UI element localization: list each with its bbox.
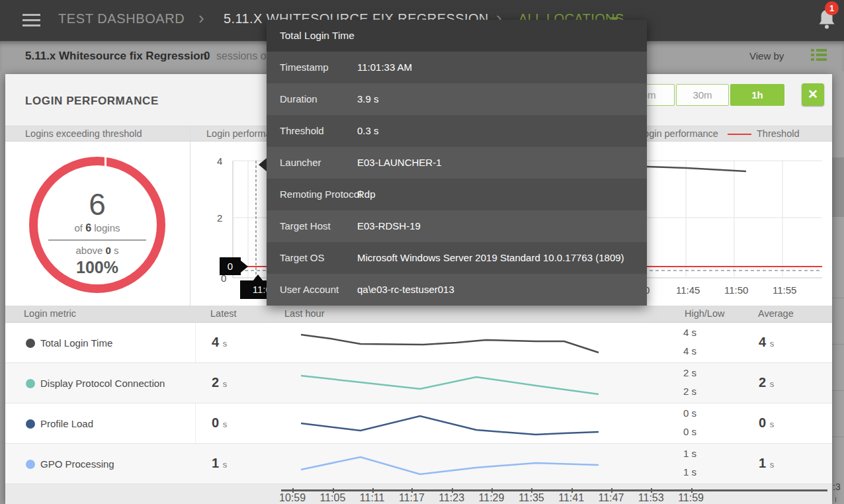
time-axis: 10:5911:0511:1111:1711:2311:2911:3511:41…	[5, 484, 832, 504]
table-row-profile-load[interactable]: Profile Load 0 s 0 s 0 s 0 s	[5, 403, 832, 444]
metric-color-dot	[26, 419, 35, 429]
col-average: Average	[758, 308, 794, 319]
background-axis-fragment: :3	[833, 482, 841, 492]
metric-name: Display Protocol Connection	[40, 378, 165, 389]
table-row-display-protocol[interactable]: Display Protocol Connection 2 s 2 s 2 s …	[5, 363, 832, 403]
menu-icon[interactable]	[22, 14, 40, 30]
col-high-low: High/Low	[685, 308, 724, 319]
tooltip-row-remoting-protocol: Remoting ProtocolRdp	[267, 179, 647, 210]
time-axis-label: 11:41	[558, 492, 584, 504]
panel-title: LOGIN PERFORMANCE	[25, 95, 159, 108]
tooltip-row-target-host: Target HostE03-RDSH-19	[267, 210, 647, 242]
average-value: 4 s	[759, 335, 774, 350]
x-tick-1145: 11:45	[676, 284, 700, 296]
time-axis-labels: 10:5911:0511:1111:1711:2311:2911:3511:41…	[279, 492, 704, 504]
y-tick-4: 4	[217, 155, 222, 167]
sparkline	[301, 403, 622, 444]
high-value: 2 s	[683, 367, 696, 378]
latest-value: 4 s	[212, 335, 227, 350]
time-axis-label: 11:17	[399, 492, 425, 504]
metrics-table-body: Total Login Time 4 s 4 s 4 s 4 s Display…	[5, 323, 832, 484]
dashboard-title: 5.11.x Whitesource fix Regression	[25, 50, 207, 63]
metric-color-dot	[26, 460, 35, 469]
time-axis-label: 10:59	[279, 492, 306, 504]
tooltip-caret-icon	[259, 158, 267, 171]
average-value: 0 s	[759, 415, 774, 431]
time-axis-label: 11:23	[439, 492, 464, 504]
section-title-logins-exceeding: Logins exceeding threshold	[25, 128, 142, 139]
average-value: 1 s	[759, 456, 774, 471]
metric-name: Total Login Time	[40, 337, 112, 349]
threshold-legend-label: Threshold	[757, 128, 799, 139]
time-axis-label: 11:05	[320, 492, 346, 504]
metric-name: GPO Processing	[40, 458, 114, 470]
sparkline	[301, 363, 622, 403]
tooltip-row-target-os: Target OSMicrosoft Windows Server 2019 S…	[267, 242, 647, 274]
time-axis-label: 11:11	[360, 492, 385, 504]
tooltip-row-threshold: Threshold0.3 s	[267, 115, 647, 147]
tooltip-row-user-account: User Accountqa\e03-rc-testuser013	[267, 274, 647, 306]
crosshair-x-flag-arrow	[253, 274, 263, 281]
sessions-label: sessions o	[216, 50, 267, 62]
view-by-list-icon[interactable]	[811, 49, 827, 64]
sparkline	[301, 444, 622, 484]
close-button[interactable]: ✕	[802, 83, 824, 106]
breadcrumb-separator-icon: ›	[198, 8, 204, 28]
low-value: 1 s	[683, 466, 696, 478]
high-value: 0 s	[683, 407, 696, 419]
col-last-hour: Last hour	[284, 308, 324, 319]
time-range-30m-button[interactable]: 30m	[676, 84, 729, 106]
col-login-metric: Login metric	[24, 308, 76, 319]
time-axis-label: 11:29	[479, 492, 505, 504]
metric-name: Profile Load	[40, 418, 93, 429]
tooltip-row-duration: Duration3.9 s	[267, 83, 647, 115]
latest-value: 2 s	[212, 375, 227, 390]
latest-value: 1 s	[212, 456, 227, 471]
notification-badge[interactable]: 1	[825, 1, 839, 15]
high-value: 1 s	[683, 448, 696, 459]
high-value: 4 s	[683, 327, 696, 338]
sessions-count: 0	[204, 50, 210, 63]
threshold-legend-line	[728, 134, 751, 135]
x-tick-1155: 11:55	[773, 284, 796, 296]
crosshair-y-flag: 0	[220, 257, 241, 275]
section-title-login-performance-right: Login performance	[638, 128, 718, 139]
low-value: 0 s	[683, 426, 696, 437]
low-value: 2 s	[683, 386, 696, 397]
time-axis-line	[281, 489, 827, 491]
tooltip-row-launcher: LauncherE03-LAUNCHER-1	[267, 147, 647, 179]
login-time-tooltip: Total Login Time Timestamp11:01:33 AM Du…	[267, 20, 647, 306]
y-tick-2: 2	[217, 212, 222, 224]
metric-color-dot	[26, 339, 35, 348]
x-tick-1150: 11:50	[724, 284, 748, 296]
col-latest: Latest	[210, 308, 237, 319]
time-axis-label: 11:35	[519, 492, 544, 504]
table-header: Login metric Latest Last hour High/Low A…	[5, 306, 832, 323]
time-axis-label: 11:59	[678, 492, 704, 504]
low-value: 4 s	[683, 345, 696, 357]
metric-color-dot	[26, 379, 35, 388]
background-page-edge: :3	[832, 71, 844, 504]
tooltip-row-timestamp: Timestamp11:01:33 AM	[267, 52, 647, 83]
dashboard-page: TEST DASHBOARD › 5.11.X WHITESOURCE FIX …	[0, 0, 844, 504]
breadcrumb-dashboard[interactable]: TEST DASHBOARD	[58, 11, 185, 26]
average-value: 2 s	[759, 375, 774, 390]
table-row-total-login-time[interactable]: Total Login Time 4 s 4 s 4 s 4 s	[5, 323, 832, 363]
latest-value: 0 s	[212, 415, 227, 431]
time-range-1h-button[interactable]: 1h	[730, 84, 784, 106]
tooltip-title: Total Login Time	[267, 20, 647, 52]
sparkline	[301, 323, 622, 363]
view-by-label: View by	[749, 50, 784, 62]
crosshair-y-flag-arrow	[241, 261, 248, 273]
time-axis-label: 11:53	[638, 492, 664, 504]
time-axis-label: 11:47	[599, 492, 624, 504]
table-row-gpo-processing[interactable]: GPO Processing 1 s 1 s 1 s 1 s	[5, 444, 832, 484]
